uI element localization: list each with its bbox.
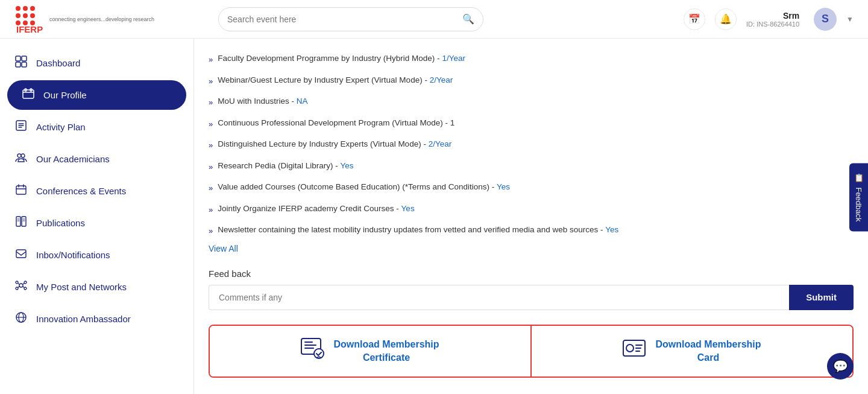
sidebar-item-publications[interactable]: Publications bbox=[0, 208, 193, 238]
download-card-label: Download MembershipCard bbox=[655, 338, 761, 365]
feedback-side-label: Feedback bbox=[854, 187, 863, 221]
notification-icon[interactable]: 🔔 bbox=[715, 8, 737, 30]
sidebar-item-label: Conferences & Events bbox=[36, 186, 126, 196]
benefit-text: Distinguished Lecture by Industry Expert… bbox=[218, 138, 451, 150]
logo: IFERP connecting engineers...developing … bbox=[14, 5, 154, 34]
sidebar-item-label: Activity Plan bbox=[36, 122, 86, 132]
feedback-row: Submit bbox=[209, 285, 854, 310]
benefit-item: » Webinar/Guest Lecture by Industry Expe… bbox=[209, 70, 854, 92]
sidebar-item-our-profile[interactable]: Our Profile bbox=[7, 80, 186, 110]
benefit-text: Continuous Professional Development Prog… bbox=[218, 117, 454, 129]
benefit-arrow-icon: » bbox=[209, 225, 213, 237]
sidebar-item-activity-plan[interactable]: Activity Plan bbox=[0, 112, 193, 142]
calendar-icon[interactable]: 📅 bbox=[684, 8, 705, 30]
sidebar-item-label: Our Profile bbox=[43, 90, 87, 100]
our-profile-icon bbox=[22, 87, 35, 103]
svg-rect-11 bbox=[22, 56, 27, 61]
benefit-item: » Distinguished Lecture by Industry Expe… bbox=[209, 134, 854, 156]
benefit-arrow-icon: » bbox=[209, 161, 213, 173]
user-name: Srm bbox=[783, 11, 799, 21]
chat-icon: 💬 bbox=[833, 359, 848, 373]
feedback-side-tab[interactable]: 📋 Feedback bbox=[849, 163, 868, 231]
benefit-text: Jointly Organize IFERP academy Credit Co… bbox=[218, 203, 414, 215]
sidebar-item-label: Dashboard bbox=[36, 58, 80, 68]
publications-icon bbox=[14, 215, 28, 230]
logo-subtitle: connecting engineers...developing resear… bbox=[49, 17, 154, 23]
sidebar-item-inbox-notifications[interactable]: Inbox/Notifications bbox=[0, 240, 193, 270]
svg-point-27 bbox=[16, 287, 18, 290]
benefit-arrow-icon: » bbox=[209, 204, 213, 216]
sidebar-item-label: Innovation Ambassador bbox=[36, 314, 131, 324]
view-all-link[interactable]: View All bbox=[209, 244, 238, 253]
sidebar-item-label: Publications bbox=[36, 218, 85, 228]
benefit-item: » Jointly Organize IFERP academy Credit … bbox=[209, 199, 854, 220]
benefit-text: Research Pedia (Digital Library) - Yes bbox=[218, 160, 353, 172]
sidebar-item-label: My Post and Networks bbox=[36, 282, 127, 292]
benefit-link[interactable]: Yes bbox=[341, 161, 354, 170]
benefit-text: Faculty Development Programme by Industr… bbox=[218, 52, 465, 65]
conferences-icon bbox=[14, 183, 28, 199]
svg-point-19 bbox=[21, 154, 25, 157]
benefit-link[interactable]: Yes bbox=[401, 204, 415, 213]
benefit-link[interactable]: 2/Year bbox=[430, 75, 453, 84]
sidebar-item-label: Our Academicians bbox=[36, 154, 110, 164]
svg-point-1 bbox=[23, 6, 28, 11]
svg-point-18 bbox=[17, 154, 21, 157]
svg-point-26 bbox=[24, 281, 27, 284]
search-bar[interactable]: 🔍 bbox=[218, 7, 483, 31]
svg-rect-10 bbox=[16, 56, 20, 61]
search-input[interactable] bbox=[227, 14, 462, 24]
benefit-item: » MoU with Industries - NA bbox=[209, 91, 854, 113]
download-card-button[interactable]: Download MembershipCard bbox=[530, 326, 852, 377]
header-actions: 📅 🔔 Srm ID: INS-86264410 S ▼ bbox=[684, 8, 854, 31]
benefit-link[interactable]: Yes bbox=[605, 225, 618, 234]
svg-rect-33 bbox=[304, 345, 316, 346]
benefit-arrow-icon: » bbox=[209, 118, 213, 130]
benefit-arrow-icon: » bbox=[209, 139, 213, 151]
layout: Dashboard Our Profile Activity Plan Our … bbox=[0, 39, 868, 394]
header: IFERP connecting engineers...developing … bbox=[0, 0, 868, 39]
activity-plan-icon bbox=[14, 119, 28, 135]
svg-point-4 bbox=[23, 13, 28, 18]
svg-text:IFERP: IFERP bbox=[16, 24, 43, 34]
chat-bubble[interactable]: 💬 bbox=[827, 353, 854, 380]
benefit-link[interactable]: NA bbox=[297, 97, 308, 106]
sidebar-item-label: Inbox/Notifications bbox=[36, 250, 110, 260]
benefit-arrow-icon: » bbox=[209, 54, 213, 66]
chevron-down-icon[interactable]: ▼ bbox=[846, 15, 854, 24]
sidebar-item-innovation-ambassador[interactable]: Innovation Ambassador bbox=[0, 304, 193, 334]
main-content: » Faculty Development Programme by Indus… bbox=[194, 39, 868, 394]
logo-icon: IFERP bbox=[14, 5, 46, 34]
svg-point-2 bbox=[30, 6, 35, 11]
card-icon bbox=[623, 338, 647, 364]
benefit-link[interactable]: Yes bbox=[497, 182, 510, 191]
feedback-input[interactable] bbox=[209, 285, 789, 310]
svg-point-24 bbox=[19, 284, 23, 287]
svg-point-0 bbox=[16, 6, 20, 11]
download-certificate-button[interactable]: Download MembershipCertificate bbox=[210, 326, 530, 377]
dashboard-icon bbox=[14, 56, 28, 71]
innovation-icon bbox=[14, 311, 28, 326]
svg-point-28 bbox=[24, 287, 27, 290]
academicians-icon bbox=[14, 151, 28, 167]
svg-point-5 bbox=[30, 13, 35, 18]
benefit-arrow-icon: » bbox=[209, 97, 213, 109]
benefit-item: » Research Pedia (Digital Library) - Yes bbox=[209, 156, 854, 177]
benefit-link[interactable]: 1/Year bbox=[442, 54, 465, 63]
svg-point-37 bbox=[626, 345, 634, 352]
sidebar-item-my-post-networks[interactable]: My Post and Networks bbox=[0, 272, 193, 302]
avatar[interactable]: S bbox=[814, 8, 837, 31]
download-certificate-label: Download MembershipCertificate bbox=[333, 338, 439, 365]
user-info: Srm ID: INS-86264410 bbox=[746, 11, 799, 28]
benefit-link[interactable]: 2/Year bbox=[429, 139, 452, 148]
sidebar-item-our-academicians[interactable]: Our Academicians bbox=[0, 144, 193, 174]
networks-icon bbox=[14, 279, 28, 294]
benefit-arrow-icon: » bbox=[209, 182, 213, 194]
svg-rect-32 bbox=[304, 342, 313, 343]
inbox-icon bbox=[14, 247, 28, 262]
submit-button[interactable]: Submit bbox=[789, 285, 854, 310]
sidebar-item-conferences-events[interactable]: Conferences & Events bbox=[0, 176, 193, 206]
benefit-text: Newsletter containing the latest mobilit… bbox=[218, 224, 618, 236]
svg-rect-23 bbox=[16, 250, 26, 258]
sidebar-item-dashboard[interactable]: Dashboard bbox=[0, 48, 193, 78]
